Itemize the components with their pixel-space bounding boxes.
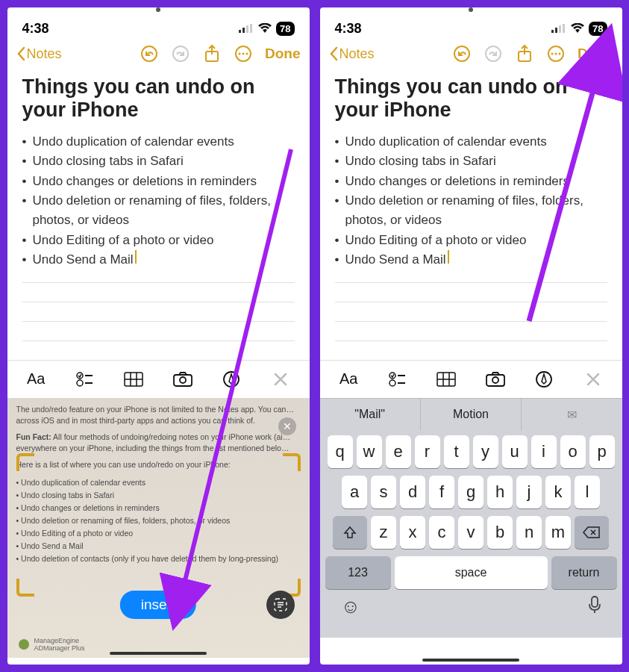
back-label: Notes bbox=[27, 46, 62, 62]
back-button[interactable]: Notes bbox=[16, 46, 62, 62]
done-button[interactable]: Done bbox=[578, 46, 613, 62]
camera-dot bbox=[469, 7, 473, 12]
svg-rect-30 bbox=[559, 25, 561, 33]
key-k[interactable]: k bbox=[545, 476, 571, 508]
note-content[interactable]: Things you can undo on your iPhone Undo … bbox=[7, 68, 310, 360]
undo-button[interactable] bbox=[140, 44, 159, 63]
shift-key[interactable] bbox=[333, 516, 367, 549]
key-u[interactable]: u bbox=[502, 435, 528, 468]
battery-indicator: 78 bbox=[589, 22, 607, 36]
key-a[interactable]: a bbox=[342, 476, 367, 508]
key-r[interactable]: r bbox=[415, 435, 440, 468]
table-button[interactable] bbox=[121, 368, 146, 391]
back-button[interactable]: Notes bbox=[329, 46, 375, 62]
key-b[interactable]: b bbox=[487, 516, 513, 549]
svg-point-4 bbox=[142, 46, 157, 61]
note-title[interactable]: Things you can undo on your iPhone bbox=[22, 75, 295, 122]
svg-point-5 bbox=[173, 46, 188, 61]
markup-button[interactable] bbox=[219, 368, 244, 391]
key-p[interactable]: p bbox=[589, 435, 615, 468]
bullet-item[interactable]: Undo deletion or renaming of files, fold… bbox=[335, 191, 607, 231]
home-indicator[interactable] bbox=[110, 652, 207, 655]
suggestion[interactable]: ✉ bbox=[522, 399, 622, 431]
more-button[interactable] bbox=[234, 44, 253, 63]
key-m[interactable]: m bbox=[545, 516, 571, 549]
suggestion[interactable]: Motion bbox=[421, 399, 522, 431]
emoji-key[interactable]: ☺ bbox=[341, 595, 361, 618]
redo-button[interactable] bbox=[484, 44, 503, 63]
checklist-button[interactable] bbox=[72, 368, 98, 391]
bullet-item[interactable]: Undo duplication of calendar events bbox=[335, 132, 607, 152]
key-j[interactable]: j bbox=[516, 476, 542, 508]
bullet-item[interactable]: Undo Send a Mail bbox=[335, 250, 607, 270]
share-button[interactable] bbox=[515, 44, 534, 63]
svg-rect-31 bbox=[563, 24, 565, 33]
key-v[interactable]: v bbox=[458, 516, 484, 549]
ruled-lines bbox=[335, 282, 607, 360]
key-l[interactable]: l bbox=[575, 476, 600, 508]
done-button[interactable]: Done bbox=[265, 46, 301, 62]
bullet-item[interactable]: Undo Send a Mail bbox=[22, 250, 295, 270]
key-c[interactable]: c bbox=[429, 516, 454, 549]
scanned-text: Fun Fact: bbox=[16, 432, 51, 441]
key-s[interactable]: s bbox=[371, 476, 396, 508]
key-t[interactable]: t bbox=[444, 435, 469, 468]
key-h[interactable]: h bbox=[487, 476, 513, 508]
bullet-item[interactable]: Undo duplication of calendar events bbox=[22, 132, 295, 152]
key-n[interactable]: n bbox=[516, 516, 542, 549]
bullet-item[interactable]: Undo Editing of a photo or video bbox=[22, 231, 295, 250]
key-i[interactable]: i bbox=[531, 435, 557, 468]
undo-button[interactable] bbox=[452, 44, 472, 63]
home-indicator[interactable] bbox=[422, 659, 519, 662]
key-g[interactable]: g bbox=[458, 476, 484, 508]
screenshot-right: 4:38 78 Notes Done Things you can undo o… bbox=[317, 4, 625, 668]
camera-dot bbox=[156, 7, 160, 12]
bullet-item[interactable]: Undo Editing of a photo or video bbox=[335, 231, 607, 250]
bullet-item[interactable]: Undo closing tabs in Safari bbox=[22, 152, 295, 171]
bullet-item[interactable]: Undo deletion or renaming of files, fold… bbox=[22, 191, 295, 231]
keyboard-suggestions: "Mail" Motion ✉ bbox=[320, 398, 622, 431]
dictation-key[interactable] bbox=[588, 595, 601, 618]
numbers-key[interactable]: 123 bbox=[325, 556, 391, 589]
livetext-icon[interactable] bbox=[266, 591, 295, 619]
key-q[interactable]: q bbox=[328, 435, 353, 468]
key-w[interactable]: w bbox=[357, 435, 382, 468]
return-key[interactable]: return bbox=[551, 556, 617, 589]
close-toolbar-button[interactable] bbox=[268, 368, 293, 391]
close-livetext-button[interactable]: ✕ bbox=[278, 417, 296, 435]
svg-point-33 bbox=[486, 46, 501, 61]
bullet-item[interactable]: Undo closing tabs in Safari bbox=[335, 152, 607, 171]
key-o[interactable]: o bbox=[560, 435, 586, 468]
key-d[interactable]: d bbox=[400, 476, 425, 508]
close-toolbar-button[interactable] bbox=[581, 368, 606, 391]
scanned-text: across iOS and in most third-party apps … bbox=[16, 416, 301, 425]
checklist-button[interactable] bbox=[385, 368, 410, 391]
backspace-key[interactable] bbox=[575, 516, 609, 549]
text-format-button[interactable]: Aa bbox=[336, 368, 361, 391]
suggestion[interactable]: "Mail" bbox=[320, 399, 421, 431]
bullet-item[interactable]: Undo changes or deletions in reminders bbox=[22, 172, 295, 191]
share-button[interactable] bbox=[202, 44, 222, 63]
svg-point-13 bbox=[77, 380, 83, 386]
camera-button[interactable] bbox=[170, 368, 195, 391]
svg-point-48 bbox=[492, 377, 498, 383]
more-button[interactable] bbox=[546, 44, 566, 63]
wifi-icon bbox=[258, 21, 272, 37]
markup-button[interactable] bbox=[531, 368, 557, 391]
insert-button[interactable]: insert bbox=[120, 591, 196, 619]
camera-button[interactable] bbox=[483, 368, 508, 391]
key-e[interactable]: e bbox=[386, 435, 411, 468]
space-key[interactable]: space bbox=[395, 556, 548, 589]
text-format-button[interactable]: Aa bbox=[23, 368, 48, 391]
redo-button[interactable] bbox=[171, 44, 190, 63]
bullet-item[interactable]: Undo changes or deletions in reminders bbox=[335, 172, 607, 191]
key-y[interactable]: y bbox=[473, 435, 498, 468]
key-f[interactable]: f bbox=[429, 476, 454, 508]
key-z[interactable]: z bbox=[371, 516, 396, 549]
key-x[interactable]: x bbox=[400, 516, 425, 549]
table-button[interactable] bbox=[434, 368, 459, 391]
svg-rect-28 bbox=[551, 30, 554, 33]
note-content[interactable]: Things you can undo on your iPhone Undo … bbox=[320, 68, 622, 360]
note-title[interactable]: Things you can undo on your iPhone bbox=[335, 75, 607, 122]
chevron-left-icon bbox=[329, 46, 338, 61]
